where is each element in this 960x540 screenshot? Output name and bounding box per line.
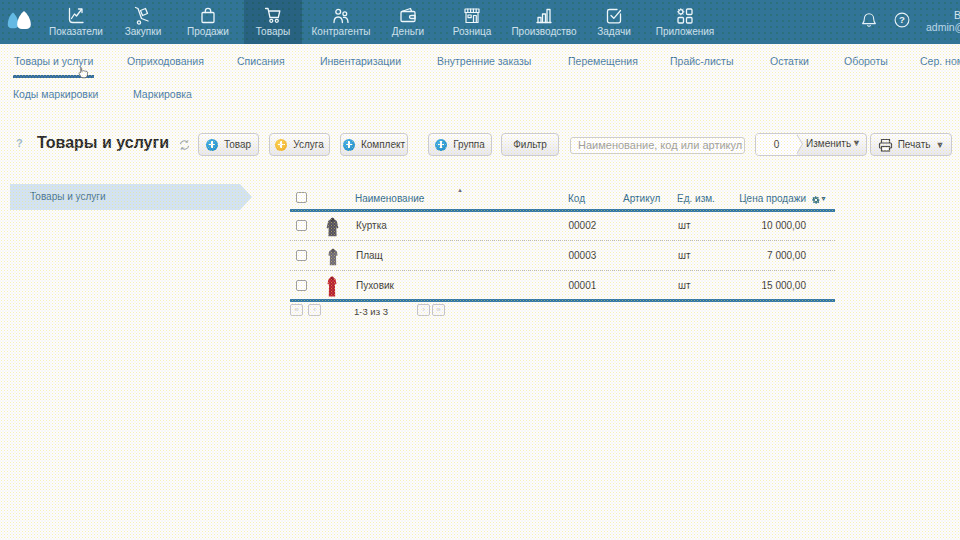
svg-text:?: ? xyxy=(899,14,905,25)
